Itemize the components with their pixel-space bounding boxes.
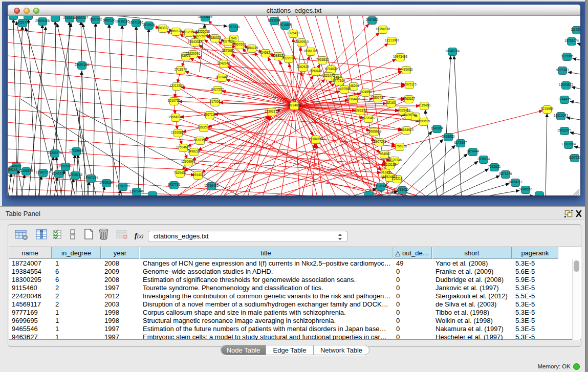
- svg-text:6497568: 6497568: [338, 87, 351, 91]
- svg-text:16961758: 16961758: [303, 49, 318, 53]
- svg-text:20206576: 20206576: [48, 151, 62, 155]
- svg-text:1167533: 1167533: [569, 156, 580, 159]
- svg-text:16154838: 16154838: [376, 27, 390, 31]
- svg-text:5938923: 5938923: [442, 135, 455, 138]
- svg-text:7984067: 7984067: [378, 152, 391, 156]
- svg-text:15716485: 15716485: [204, 184, 219, 187]
- svg-text:10719185: 10719185: [115, 19, 130, 23]
- svg-text:9129966: 9129966: [561, 54, 574, 58]
- svg-text:2967608: 2967608: [233, 42, 246, 46]
- svg-text:6794028: 6794028: [325, 67, 338, 71]
- svg-text:12923446: 12923446: [129, 189, 144, 193]
- svg-text:39975887: 39975887: [58, 164, 73, 168]
- svg-text:12942757: 12942757: [36, 170, 51, 174]
- svg-text:19218506: 19218506: [278, 23, 293, 27]
- svg-text:16210643: 16210643: [554, 114, 569, 117]
- svg-text:8990448: 8990448: [310, 69, 322, 73]
- svg-text:9115460: 9115460: [418, 103, 431, 107]
- svg-text:7515526: 7515526: [143, 23, 156, 27]
- svg-text:252214: 252214: [391, 177, 403, 180]
- svg-text:7485063: 7485063: [400, 68, 413, 71]
- svg-text:17359924: 17359924: [69, 149, 84, 152]
- svg-text:3498222: 3498222: [188, 149, 201, 153]
- svg-text:19654935: 19654935: [168, 115, 183, 119]
- svg-text:1010755: 1010755: [168, 99, 181, 102]
- svg-text:417006: 417006: [209, 100, 221, 103]
- svg-text:1912451: 1912451: [379, 170, 392, 174]
- svg-text:9457791: 9457791: [168, 183, 181, 186]
- svg-text:13654923: 13654923: [399, 128, 414, 132]
- svg-text:9463627: 9463627: [403, 97, 416, 100]
- svg-text:15692971: 15692971: [557, 128, 572, 132]
- svg-text:6466160: 6466160: [103, 18, 116, 22]
- svg-text:15640910: 15640910: [294, 40, 309, 43]
- svg-text:985061: 985061: [11, 164, 22, 168]
- svg-text:8186323: 8186323: [209, 36, 222, 39]
- svg-text:13226058: 13226058: [195, 30, 210, 33]
- svg-text:1640954: 1640954: [431, 126, 444, 130]
- svg-text:93901: 93901: [181, 54, 190, 57]
- svg-text:6179197: 6179197: [454, 141, 467, 144]
- svg-text:15720407: 15720407: [361, 116, 376, 120]
- svg-text:10973493: 10973493: [393, 55, 408, 58]
- svg-text:11156829: 11156829: [19, 169, 33, 172]
- svg-text:17957225: 17957225: [84, 176, 99, 180]
- svg-text:1325419: 1325419: [287, 31, 300, 35]
- svg-text:16120746: 16120746: [387, 158, 402, 162]
- svg-text:10807487: 10807487: [371, 96, 385, 99]
- svg-text:9242848: 9242848: [217, 61, 230, 65]
- svg-text:9227343: 9227343: [556, 68, 569, 72]
- svg-text:2087682: 2087682: [366, 18, 379, 21]
- svg-text:8471676: 8471676: [499, 172, 512, 176]
- svg-text:(x): (x): [137, 233, 144, 239]
- svg-text:7663822: 7663822: [157, 26, 169, 30]
- svg-text:12975115: 12975115: [402, 82, 417, 86]
- svg-text:1117204: 1117204: [571, 28, 580, 31]
- svg-text:10653287: 10653287: [74, 16, 89, 19]
- svg-text:1162615: 1162615: [297, 65, 310, 69]
- svg-text:3024554: 3024554: [359, 90, 372, 94]
- svg-text:9146821: 9146821: [259, 51, 272, 54]
- svg-text:18724007: 18724007: [287, 103, 302, 107]
- svg-text:1733426: 1733426: [396, 188, 409, 191]
- svg-text:546: 546: [231, 36, 237, 40]
- svg-text:7386372: 7386372: [354, 108, 367, 112]
- svg-text:7632621: 7632621: [488, 165, 501, 168]
- svg-text:9327509: 9327509: [194, 34, 207, 38]
- svg-text:19166825: 19166825: [171, 130, 186, 134]
- svg-text:7857224: 7857224: [227, 25, 240, 29]
- svg-text:17504678: 17504678: [176, 145, 191, 149]
- svg-text:19384554: 19384554: [309, 137, 323, 141]
- svg-text:1353594: 1353594: [198, 125, 210, 129]
- svg-text:746266: 746266: [348, 84, 359, 87]
- svg-text:39154: 39154: [8, 168, 17, 171]
- svg-text:2718170: 2718170: [175, 68, 187, 71]
- svg-text:12213987: 12213987: [385, 38, 400, 42]
- svg-text:9245652: 9245652: [519, 187, 532, 191]
- svg-text:9777169: 9777169: [333, 79, 345, 82]
- svg-text:8660124: 8660124: [170, 29, 183, 33]
- svg-text:20691406: 20691406: [35, 19, 50, 23]
- svg-text:10654112: 10654112: [508, 180, 522, 184]
- svg-text:18907249: 18907249: [372, 140, 387, 143]
- svg-text:20364436: 20364436: [346, 97, 361, 101]
- svg-text:54: 54: [413, 114, 418, 118]
- svg-text:7625402: 7625402: [174, 171, 187, 174]
- svg-text:1145194: 1145194: [53, 171, 66, 175]
- svg-text:12093872: 12093872: [559, 83, 574, 86]
- svg-text:16543382: 16543382: [188, 40, 203, 43]
- svg-text:16914479: 16914479: [191, 173, 206, 177]
- svg-text:16782759: 16782759: [116, 184, 130, 188]
- svg-text:5215955: 5215955: [541, 107, 554, 111]
- svg-text:28053346: 28053346: [75, 63, 90, 67]
- svg-text:16033809: 16033809: [198, 16, 213, 18]
- svg-text:10688609: 10688609: [367, 129, 382, 133]
- svg-text:17016504: 17016504: [561, 142, 576, 146]
- svg-text:9474444: 9474444: [467, 149, 480, 153]
- svg-text:3267110: 3267110: [204, 113, 216, 116]
- svg-text:14055712: 14055712: [15, 20, 30, 24]
- svg-text:1527602: 1527602: [90, 17, 102, 21]
- svg-text:8454749: 8454749: [246, 46, 258, 50]
- svg-text:10025458: 10025458: [396, 108, 411, 112]
- svg-text:8031446: 8031446: [216, 75, 229, 79]
